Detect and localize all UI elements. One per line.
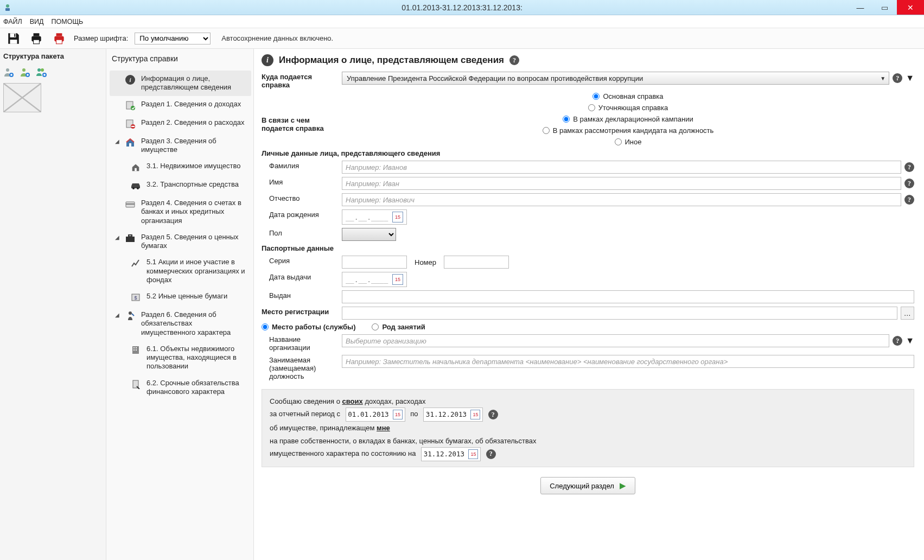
window-controls: — ▭ ✕ (848, 0, 924, 15)
registration-input[interactable] (342, 307, 897, 320)
radio-clarify-reference[interactable]: Уточняющая справка (588, 104, 668, 112)
obligations-icon (125, 310, 136, 321)
surname-label: Фамилия (262, 161, 342, 170)
calendar-icon[interactable]: 15 (468, 449, 478, 459)
svg-point-11 (6, 68, 9, 72)
help-icon[interactable]: ? (893, 73, 902, 83)
help-icon[interactable]: ? (904, 195, 914, 205)
period-to-input[interactable]: 31.12.201315 (423, 408, 483, 422)
nav-section-6-2[interactable]: 6.2. Срочные обязательства финансового х… (110, 375, 251, 400)
radio-other[interactable]: Иное (615, 138, 642, 146)
page-title-row: i Информация о лице, представляющем свед… (262, 54, 914, 66)
nav-section-6[interactable]: ◢ Раздел 6. Сведения об обязательствах и… (110, 307, 251, 341)
browse-button[interactable]: … (901, 307, 914, 320)
help-icon[interactable]: ? (904, 179, 914, 188)
dob-input[interactable]: __.__.____15 (342, 209, 407, 225)
radio-occupation[interactable]: Род занятий (372, 323, 425, 331)
contract-icon (130, 379, 141, 390)
nav-section-5-2[interactable]: $ 5.2 Иные ценные бумаги (110, 288, 251, 307)
add-group-icon[interactable] (36, 67, 47, 78)
menu-help[interactable]: ПОМОЩЬ (52, 18, 84, 26)
org-label: Название организации (262, 334, 342, 352)
svg-text:$: $ (134, 295, 137, 301)
close-button[interactable]: ✕ (897, 0, 924, 15)
help-icon[interactable]: ? (904, 162, 914, 172)
dob-label: Дата рождения (262, 209, 342, 219)
print-icon[interactable] (28, 31, 44, 46)
arrow-right-icon: ▶ (620, 481, 626, 491)
dropdown-arrow-icon[interactable]: ▼ (906, 73, 914, 83)
nav-section-4[interactable]: Раздел 4. Сведения о счетах в банках и и… (110, 195, 251, 229)
nav-section-1[interactable]: Раздел 1. Сведения о доходах (110, 96, 251, 114)
nav-section-5-1[interactable]: 5.1 Акции и иное участие в коммерческих … (110, 254, 251, 288)
nav-section-6-1[interactable]: 6.1. Объекты недвижимого имущества, нахо… (110, 341, 251, 375)
window-title: 01.01.2013-31.12.2013:31.12.2013: (402, 3, 522, 12)
svg-rect-36 (136, 347, 137, 348)
chevron-down-icon[interactable]: ◢ (115, 312, 119, 318)
car-icon (130, 180, 141, 191)
calendar-icon[interactable]: 15 (470, 410, 480, 419)
surname-input[interactable] (342, 161, 901, 174)
radio-workplace[interactable]: Место работы (службы) (262, 323, 355, 331)
menu-view[interactable]: ВИД (30, 18, 44, 26)
position-input[interactable] (342, 355, 914, 368)
package-placeholder-icon[interactable] (3, 83, 41, 112)
nav-section-3-2[interactable]: 3.2. Транспортные средства (110, 176, 251, 195)
asof-date-input[interactable]: 31.12.201315 (421, 447, 481, 461)
period-from-input[interactable]: 01.01.201315 (346, 408, 405, 422)
issued-date-input[interactable]: __.__.____15 (342, 272, 407, 287)
app-icon (3, 3, 12, 12)
add-person2-icon[interactable] (20, 67, 30, 78)
radio-main-reference[interactable]: Основная справка (592, 92, 663, 100)
org-input[interactable] (342, 334, 889, 347)
issued-date-label: Дата выдачи (262, 272, 342, 281)
maximize-button[interactable]: ▭ (872, 0, 897, 15)
chevron-down-icon[interactable]: ◢ (115, 138, 119, 144)
reason-label: В связи с чем подается справка (262, 115, 342, 132)
number-label: Номер (415, 258, 436, 266)
svg-rect-30 (129, 235, 132, 237)
name-label: Имя (262, 177, 342, 186)
svg-point-0 (6, 4, 9, 8)
package-toolbar (3, 65, 103, 83)
next-section-button[interactable]: Следующий раздел▶ (540, 477, 635, 494)
radio-candidate[interactable]: В рамках рассмотрения кандидата на должн… (543, 126, 714, 135)
calendar-icon[interactable]: 15 (393, 410, 403, 419)
patronymic-input[interactable] (342, 193, 901, 206)
dropdown-arrow-icon[interactable]: ▼ (906, 336, 914, 346)
svg-rect-1 (5, 8, 10, 11)
nav-section-3[interactable]: ◢ Раздел 3. Сведения об имуществе (110, 133, 251, 158)
where-combo[interactable]: Управление Президента Российской Федерац… (342, 72, 889, 85)
svg-rect-35 (133, 347, 135, 348)
svg-point-25 (132, 187, 135, 189)
nav-section-5[interactable]: ◢ Раздел 5. Сведения о ценных бумагах (110, 229, 251, 254)
nav-info-person[interactable]: i Информация о лице, представляющем свед… (110, 71, 251, 96)
name-input[interactable] (342, 177, 901, 190)
minimize-button[interactable]: — (848, 0, 872, 15)
calendar-icon[interactable]: 15 (392, 212, 403, 222)
series-input[interactable] (342, 256, 407, 269)
nav-section-3-1[interactable]: 3.1. Недвижимое имущество (110, 158, 251, 176)
gender-select[interactable] (342, 228, 396, 241)
svg-rect-29 (126, 237, 135, 242)
svg-point-16 (41, 68, 44, 72)
help-icon[interactable]: ? (509, 55, 519, 65)
save-icon[interactable] (5, 31, 22, 46)
help-icon[interactable]: ? (893, 336, 902, 346)
add-person-icon[interactable] (3, 67, 14, 78)
package-structure-panel: Структура пакета (0, 49, 106, 560)
help-icon[interactable]: ? (488, 410, 498, 419)
radio-campaign[interactable]: В рамках декларационной кампании (563, 115, 693, 123)
number-input[interactable] (444, 256, 509, 269)
nav-section-2[interactable]: Раздел 2. Сведения о расходах (110, 114, 251, 133)
position-label: Занимаемая (замещаемая) должность (262, 355, 342, 380)
page-title: Информация о лице, представляющем сведен… (279, 55, 504, 66)
menu-file[interactable]: ФАЙЛ (3, 18, 22, 26)
chevron-down-icon[interactable]: ◢ (115, 234, 119, 240)
help-icon[interactable]: ? (486, 449, 496, 459)
calendar-icon[interactable]: 15 (392, 274, 403, 285)
issued-by-input[interactable] (342, 290, 914, 303)
font-size-select[interactable]: По умолчанию (135, 33, 211, 44)
print-red-icon[interactable] (51, 31, 67, 46)
toolbar: Размер шрифта: По умолчанию Автосохрнени… (0, 28, 924, 49)
